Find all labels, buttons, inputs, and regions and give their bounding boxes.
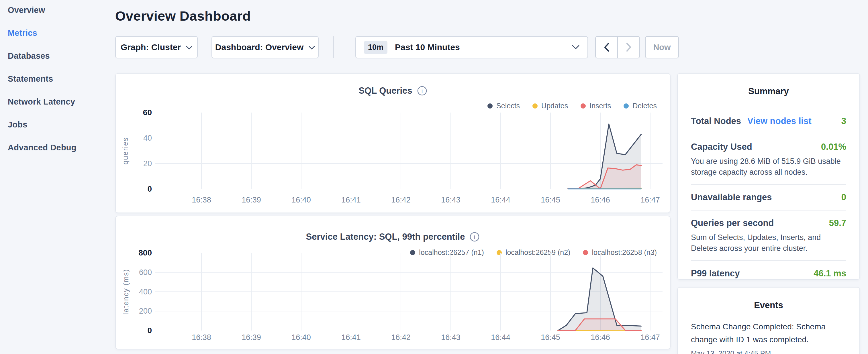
summary-description: Sum of Selects, Updates, Inserts, and De… (691, 232, 846, 254)
graph-dropdown-label: Graph: Cluster (121, 42, 181, 52)
svg-text:16:41: 16:41 (341, 196, 361, 204)
sidebar-nav: OverviewMetricsDatabasesStatementsNetwor… (8, 6, 105, 166)
chevron-down-icon (572, 45, 580, 50)
sidebar-item-statements[interactable]: Statements (8, 74, 105, 83)
svg-text:16:40: 16:40 (291, 196, 311, 204)
sidebar-item-jobs[interactable]: Jobs (8, 120, 105, 129)
event-item: Schema Change Completed: Schema change w… (691, 320, 846, 354)
now-button[interactable]: Now (645, 36, 679, 58)
summary-row-capacity-used: Capacity Used0.01%You are using 28.6 MiB… (691, 134, 846, 184)
event-text: Schema Change Completed: Schema change w… (691, 320, 846, 346)
summary-label: Capacity Used (691, 141, 752, 153)
time-range-label: Past 10 Minutes (395, 42, 572, 52)
time-prev-button[interactable] (596, 37, 617, 58)
svg-text:16:39: 16:39 (242, 196, 261, 204)
graph-dropdown[interactable]: Graph: Cluster (115, 36, 198, 58)
sidebar-item-databases[interactable]: Databases (8, 52, 105, 60)
summary-value: 0.01% (821, 141, 846, 153)
svg-text:20: 20 (143, 159, 152, 168)
summary-label: Queries per second (691, 217, 774, 229)
svg-text:queries: queries (121, 137, 129, 165)
svg-text:60: 60 (143, 108, 152, 117)
chevron-down-icon (186, 46, 192, 50)
toolbar-divider (333, 36, 334, 58)
summary-row-p99-latency: P99 latency46.1 ms (691, 260, 846, 280)
summary-value: 59.7 (829, 217, 846, 229)
summary-label: Unavailable ranges (691, 191, 772, 203)
chevron-left-icon (603, 42, 610, 52)
service-latency-chart-card: Service Latency: SQL, 99th percentile i … (115, 216, 671, 349)
svg-text:16:44: 16:44 (491, 333, 510, 342)
summary-row-total-nodes: Total NodesView nodes list3 (691, 108, 846, 134)
summary-panel: Summary Total NodesView nodes list3Capac… (677, 73, 860, 280)
svg-text:16:43: 16:43 (441, 196, 461, 204)
summary-value: 0 (841, 191, 846, 203)
sql-queries-chart-card: SQL Queries i SelectsUpdatesInsertsDelet… (115, 73, 671, 213)
sidebar-item-metrics[interactable]: Metrics (8, 29, 105, 37)
time-range-badge: 10m (364, 41, 388, 54)
svg-text:16:43: 16:43 (441, 333, 461, 342)
svg-text:16:38: 16:38 (192, 196, 211, 204)
summary-row-unavailable-ranges: Unavailable ranges0 (691, 184, 846, 210)
svg-text:16:42: 16:42 (391, 196, 411, 204)
svg-text:16:45: 16:45 (541, 333, 560, 342)
events-title: Events (691, 300, 846, 311)
svg-text:16:47: 16:47 (641, 196, 660, 204)
svg-text:16:45: 16:45 (541, 196, 560, 204)
page-title: Overview Dashboard (115, 8, 251, 24)
time-next-button[interactable] (617, 37, 639, 58)
svg-text:16:46: 16:46 (591, 196, 610, 204)
svg-text:200: 200 (139, 307, 152, 315)
svg-text:latency (ms): latency (ms) (122, 269, 130, 315)
events-panel: Events Schema Change Completed: Schema c… (677, 287, 860, 354)
svg-text:0: 0 (147, 185, 152, 193)
svg-text:400: 400 (139, 288, 152, 296)
time-range-dropdown[interactable]: 10m Past 10 Minutes (355, 36, 588, 58)
chevron-down-icon (309, 46, 315, 50)
dashboard-dropdown-label: Dashboard: Overview (215, 42, 304, 52)
svg-text:800: 800 (138, 248, 152, 257)
svg-text:600: 600 (139, 268, 152, 277)
summary-description: You are using 28.6 MiB of 515.9 GiB usab… (691, 156, 846, 178)
svg-text:16:42: 16:42 (391, 333, 411, 342)
svg-text:16:47: 16:47 (641, 333, 660, 342)
event-timestamp: May 13, 2020 at 4:45 PM (691, 349, 846, 354)
sql-queries-chart-plot[interactable]: 16:3816:3916:4016:4116:4216:4316:4416:45… (116, 74, 671, 213)
summary-value: 3 (841, 115, 846, 127)
service-latency-chart-plot[interactable]: 16:3816:3916:4016:4116:4216:4316:4416:45… (116, 216, 671, 349)
svg-text:40: 40 (143, 134, 152, 142)
summary-value: 46.1 ms (813, 267, 846, 280)
svg-text:16:44: 16:44 (491, 196, 510, 204)
svg-text:16:38: 16:38 (192, 333, 211, 342)
svg-text:16:41: 16:41 (341, 333, 361, 342)
time-pager (595, 36, 640, 58)
sidebar-item-overview[interactable]: Overview (8, 6, 105, 14)
svg-text:16:40: 16:40 (291, 333, 311, 342)
svg-text:16:46: 16:46 (591, 333, 610, 342)
summary-rows: Total NodesView nodes list3Capacity Used… (691, 108, 846, 280)
svg-text:16:39: 16:39 (242, 333, 261, 342)
chevron-right-icon (626, 42, 632, 52)
dashboard-dropdown[interactable]: Dashboard: Overview (212, 36, 319, 58)
svg-text:0: 0 (147, 326, 152, 335)
summary-label: Total Nodes (691, 115, 741, 127)
sidebar-item-advanced-debug[interactable]: Advanced Debug (8, 143, 105, 152)
events-list: Schema Change Completed: Schema change w… (691, 320, 846, 354)
sidebar-item-network-latency[interactable]: Network Latency (8, 97, 105, 106)
summary-label: P99 latency (691, 267, 740, 280)
summary-row-queries-per-second: Queries per second59.7Sum of Selects, Up… (691, 210, 846, 260)
view-nodes-list-link[interactable]: View nodes list (747, 115, 811, 127)
summary-title: Summary (691, 86, 846, 97)
